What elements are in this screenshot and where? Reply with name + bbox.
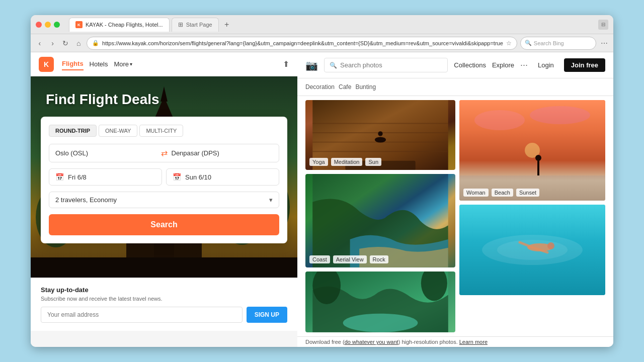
route-row: Oslo (OSL) ⇄ Denpasar (DPS) bbox=[49, 144, 279, 162]
beach-sunset-svg bbox=[459, 100, 605, 201]
kayak-favicon: K bbox=[75, 21, 83, 28]
bing-search-bar[interactable]: 🔍 Search Bing bbox=[520, 37, 596, 50]
depart-date-field[interactable]: 📅 Fri 6/8 bbox=[49, 168, 162, 186]
nav-explore[interactable]: Explore bbox=[492, 61, 514, 69]
nav-collections[interactable]: Collections bbox=[454, 61, 486, 69]
back-button[interactable]: ‹ bbox=[35, 37, 45, 49]
calendar-icon-2: 📅 bbox=[173, 173, 181, 181]
return-date-field[interactable]: 📅 Sun 6/10 bbox=[166, 168, 279, 186]
calendar-icon: 📅 bbox=[55, 173, 64, 181]
tag-woman[interactable]: Woman bbox=[463, 189, 489, 197]
photo-pool[interactable] bbox=[459, 205, 605, 295]
join-button[interactable]: Join free bbox=[564, 58, 605, 72]
tab-startpage[interactable]: ⊞ Start Page bbox=[172, 18, 219, 32]
home-button[interactable]: ⌂ bbox=[73, 37, 84, 49]
unsplash-panel: 📷 🔍 Collections Explore ··· Login Join f… bbox=[297, 52, 613, 347]
swap-icon[interactable]: ⇄ bbox=[161, 148, 168, 158]
nav-hotels[interactable]: Hotels bbox=[90, 58, 108, 70]
tab-bar: K KAYAK - Cheap Flights, Hotel... ⊞ Star… bbox=[69, 18, 594, 32]
more-options-icon[interactable]: ··· bbox=[520, 60, 528, 70]
download-bar: Download free (do whatever you want) hig… bbox=[297, 336, 613, 347]
tab-kayak[interactable]: K KAYAK - Cheap Flights, Hotel... bbox=[69, 18, 170, 32]
svg-rect-17 bbox=[31, 257, 297, 278]
address-bar[interactable]: 🔒 https://www.kayak.com/horizon/sem/flig… bbox=[87, 37, 517, 50]
search-button[interactable]: Search bbox=[49, 214, 279, 235]
tab-kayak-label: KAYAK - Cheap Flights, Hotel... bbox=[86, 22, 163, 28]
kayak-nav: Flights Hotels More ▾ bbox=[62, 58, 132, 70]
address-text: https://www.kayak.com/horizon/sem/flight… bbox=[102, 40, 503, 46]
bookmark-icon[interactable]: ☆ bbox=[506, 40, 512, 47]
svg-point-24 bbox=[378, 131, 382, 136]
content-area: K Flights Hotels More ▾ ⬆ bbox=[31, 52, 613, 347]
destination-field[interactable]: Denpasar (DPS) bbox=[172, 149, 273, 157]
search-photos-bar[interactable]: 🔍 bbox=[324, 58, 448, 72]
photo-yoga[interactable]: Yoga Meditation Sun bbox=[305, 100, 455, 170]
window-control-button[interactable]: ⊟ bbox=[598, 20, 608, 30]
coast-photo-svg bbox=[305, 174, 455, 267]
stay-title: Stay up-to-date bbox=[41, 286, 287, 294]
tag-cafe[interactable]: Cafe bbox=[339, 82, 351, 92]
depart-date: Fri 6/8 bbox=[68, 173, 87, 181]
return-date: Sun 6/10 bbox=[185, 173, 211, 181]
stay-subtitle: Subscribe now and receive the latest tra… bbox=[41, 296, 287, 302]
browser-window: K KAYAK - Cheap Flights, Hotel... ⊞ Star… bbox=[31, 15, 613, 347]
svg-point-23 bbox=[375, 137, 386, 142]
multi-city-tab[interactable]: MULTI-CITY bbox=[139, 125, 183, 137]
photo-woman-beach[interactable]: Woman Beach Sunset bbox=[459, 100, 605, 201]
tag-sunset[interactable]: Sunset bbox=[516, 189, 539, 197]
svg-rect-33 bbox=[459, 175, 605, 201]
refresh-button[interactable]: ↻ bbox=[61, 37, 71, 49]
kayak-hero: Find Flight Deals ROUND-TRIP ONE-WAY MUL… bbox=[31, 76, 297, 278]
tag-beach[interactable]: Beach bbox=[492, 189, 513, 197]
photo-right1-tags: Woman Beach Sunset bbox=[463, 189, 539, 197]
round-trip-tab[interactable]: ROUND-TRIP bbox=[49, 125, 97, 137]
origin-field[interactable]: Oslo (OSL) bbox=[55, 149, 157, 157]
tag-yoga[interactable]: Yoga bbox=[309, 158, 328, 166]
tag-rock[interactable]: Rock bbox=[370, 255, 388, 263]
travelers-text: 2 travelers, Economy bbox=[55, 196, 117, 204]
photo-col-right: Woman Beach Sunset bbox=[459, 100, 605, 332]
photo-coast[interactable]: Coast Aerial View Rock bbox=[305, 174, 455, 267]
download-text: Download free ( bbox=[305, 339, 345, 345]
nav-more[interactable]: More ▾ bbox=[114, 60, 132, 68]
upload-icon[interactable]: ⬆ bbox=[283, 59, 289, 69]
svg-point-35 bbox=[535, 155, 541, 161]
more-options-button[interactable]: ⋯ bbox=[599, 37, 609, 49]
login-button[interactable]: Login bbox=[534, 59, 558, 71]
photo-tropical[interactable] bbox=[305, 272, 455, 332]
one-way-tab[interactable]: ONE-WAY bbox=[99, 125, 137, 137]
kayak-logo: K bbox=[39, 57, 54, 72]
new-tab-button[interactable]: + bbox=[221, 19, 233, 31]
dates-row: 📅 Fri 6/8 📅 Sun 6/10 bbox=[49, 168, 279, 186]
search-form: ROUND-TRIP ONE-WAY MULTI-CITY Oslo (OSL)… bbox=[41, 117, 287, 243]
dropdown-arrow-icon: ▾ bbox=[269, 196, 273, 204]
travelers-row[interactable]: 2 travelers, Economy ▾ bbox=[49, 192, 279, 208]
svg-rect-34 bbox=[537, 160, 539, 175]
tag-coast[interactable]: Coast bbox=[309, 255, 330, 263]
tag-meditation[interactable]: Meditation bbox=[331, 158, 363, 166]
minimize-button[interactable] bbox=[45, 22, 51, 28]
unsplash-header: 📷 🔍 Collections Explore ··· Login Join f… bbox=[297, 52, 613, 78]
search-icon: 🔍 bbox=[525, 40, 532, 46]
bing-search-text: Search Bing bbox=[534, 40, 564, 46]
traffic-lights bbox=[36, 22, 60, 28]
tag-bunting[interactable]: Bunting bbox=[355, 82, 376, 92]
download-link[interactable]: do whatever you want bbox=[345, 339, 398, 345]
tag-decoration[interactable]: Decoration bbox=[305, 82, 335, 92]
camera-icon: 📷 bbox=[305, 59, 318, 71]
tab-startpage-label: Start Page bbox=[186, 22, 212, 28]
forward-button[interactable]: › bbox=[48, 37, 58, 49]
close-button[interactable] bbox=[36, 22, 42, 28]
email-input[interactable] bbox=[41, 307, 243, 323]
tag-sun[interactable]: Sun bbox=[365, 158, 381, 166]
learn-more-link[interactable]: Learn more bbox=[459, 339, 488, 345]
titlebar: K KAYAK - Cheap Flights, Hotel... ⊞ Star… bbox=[31, 15, 613, 34]
photo-col-left: Yoga Meditation Sun bbox=[305, 100, 455, 332]
maximize-button[interactable] bbox=[54, 22, 60, 28]
tag-aerial-view[interactable]: Aerial View bbox=[333, 255, 367, 263]
search-photos-input[interactable] bbox=[340, 61, 442, 69]
svg-point-37 bbox=[530, 106, 590, 124]
nav-flights[interactable]: Flights bbox=[62, 58, 84, 70]
svg-point-28 bbox=[343, 314, 418, 332]
signup-button[interactable]: SIGN UP bbox=[247, 307, 287, 323]
